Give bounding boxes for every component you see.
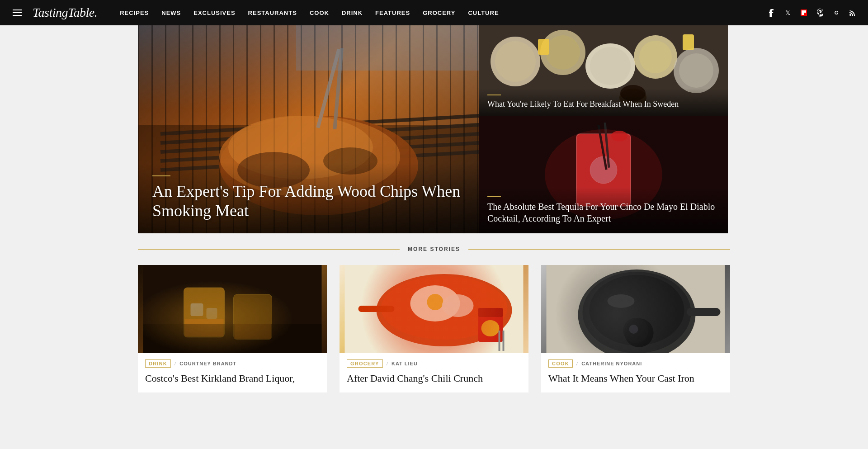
- svg-point-70: [629, 325, 638, 334]
- svg-point-64: [578, 269, 696, 353]
- svg-point-52: [377, 274, 512, 346]
- svg-point-69: [623, 318, 649, 343]
- nav-restaurants[interactable]: RESTAURANTS: [242, 0, 303, 25]
- svg-rect-51: [345, 265, 524, 353]
- story-card-drink-title: Costco's Best Kirkland Brand Liquor,: [145, 372, 320, 385]
- hero-main-article[interactable]: An Expert's Tip For Adding Wood Chips Wh…: [138, 25, 479, 233]
- story-card-cook-meta: COOK / CATHERINE NYORANI: [548, 359, 723, 368]
- svg-rect-46: [191, 303, 203, 316]
- svg-rect-58: [478, 308, 503, 317]
- hamburger-menu[interactable]: [11, 8, 24, 18]
- svg-rect-3: [804, 10, 806, 13]
- svg-rect-63: [547, 265, 725, 353]
- social-links: 𝕏 G: [767, 8, 857, 17]
- story-card-grocery-category: GROCERY: [347, 359, 383, 368]
- nav-culture[interactable]: CULTURE: [462, 0, 505, 25]
- story-card-cook-body: COOK / CATHERINE NYORANI What It Means W…: [541, 353, 730, 392]
- svg-point-65: [583, 272, 691, 353]
- more-stories-label: MORE STORIES: [400, 246, 468, 252]
- svg-rect-62: [503, 331, 505, 351]
- hero-side-top-article[interactable]: What You're Likely To Eat For Breakfast …: [479, 25, 728, 116]
- story-card-drink-image: [138, 265, 327, 353]
- story-card-drink-body: DRINK / COURTNEY BRANDT Costco's Best Ki…: [138, 353, 327, 392]
- main-nav: RECIPES NEWS EXCLUSIVES RESTAURANTS COOK…: [113, 0, 505, 25]
- svg-point-25: [590, 47, 631, 85]
- story-card-grocery[interactable]: GROCERY / KAT LIEU After David Chang's C…: [340, 265, 528, 392]
- svg-point-56: [442, 294, 474, 317]
- svg-point-29: [679, 53, 713, 88]
- story-card-drink-category: DRINK: [145, 359, 171, 368]
- story-card-drink-slash: /: [175, 360, 176, 367]
- svg-rect-60: [359, 306, 395, 312]
- svg-point-27: [639, 41, 672, 73]
- nav-grocery[interactable]: GROCERY: [416, 0, 462, 25]
- hero-main-divider: [152, 175, 170, 176]
- story-card-cook-category: COOK: [548, 359, 573, 368]
- hero-side-bottom-title: The Absolute Best Tequila For Your Cinco…: [487, 201, 720, 224]
- svg-point-21: [495, 41, 536, 82]
- nav-exclusives[interactable]: EXCLUSIVES: [187, 0, 241, 25]
- site-logo[interactable]: TastingTable.: [33, 5, 97, 20]
- story-card-grocery-body: GROCERY / KAT LIEU After David Chang's C…: [340, 353, 528, 392]
- svg-rect-61: [499, 331, 500, 351]
- svg-rect-42: [143, 265, 322, 353]
- hero-side-top-overlay: What You're Likely To Eat For Breakfast …: [479, 88, 728, 116]
- story-card-grocery-image: [340, 265, 528, 353]
- nav-cook[interactable]: COOK: [303, 0, 335, 25]
- more-stories-line-right: [468, 249, 730, 250]
- svg-rect-18: [296, 25, 479, 71]
- more-stories-line-left: [138, 249, 400, 250]
- svg-rect-30: [538, 39, 549, 55]
- twitter-x-icon[interactable]: 𝕏: [783, 8, 792, 17]
- story-cards-grid: DRINK / COURTNEY BRANDT Costco's Best Ki…: [138, 265, 730, 392]
- facebook-icon[interactable]: [767, 8, 776, 17]
- rss-icon[interactable]: [848, 8, 857, 17]
- svg-rect-47: [207, 308, 217, 319]
- story-card-grocery-author: KAT LIEU: [392, 361, 418, 366]
- pinterest-icon[interactable]: [816, 8, 825, 17]
- site-header: TastingTable. RECIPES NEWS EXCLUSIVES RE…: [0, 0, 868, 25]
- story-card-drink[interactable]: DRINK / COURTNEY BRANDT Costco's Best Ki…: [138, 265, 327, 392]
- story-card-grocery-slash: /: [387, 360, 388, 367]
- hero-side-bottom-divider: [487, 196, 501, 197]
- svg-rect-57: [478, 310, 503, 342]
- svg-point-53: [381, 276, 508, 340]
- nav-recipes[interactable]: RECIPES: [113, 0, 155, 25]
- svg-point-55: [427, 294, 443, 310]
- svg-rect-50: [143, 324, 322, 353]
- nav-features[interactable]: FEATURES: [369, 0, 416, 25]
- story-card-cook-title: What It Means When Your Cast Iron: [548, 372, 723, 385]
- svg-rect-2: [802, 13, 804, 15]
- svg-rect-1: [802, 10, 804, 13]
- svg-rect-67: [687, 308, 721, 316]
- svg-point-54: [410, 285, 460, 321]
- svg-point-4: [849, 14, 851, 16]
- hero-side-top-title: What You're Likely To Eat For Breakfast …: [487, 99, 720, 109]
- nav-news[interactable]: NEWS: [155, 0, 187, 25]
- svg-rect-49: [235, 324, 271, 339]
- story-card-grocery-meta: GROCERY / KAT LIEU: [347, 359, 521, 368]
- hero-main-overlay: An Expert's Tip For Adding Wood Chips Wh…: [138, 163, 479, 233]
- more-stories-section: MORE STORIES: [138, 233, 730, 402]
- hero-side-bottom-article[interactable]: The Absolute Best Tequila For Your Cinco…: [479, 116, 728, 233]
- hero-side-bottom-overlay: The Absolute Best Tequila For Your Cinco…: [479, 187, 728, 233]
- svg-rect-31: [683, 34, 694, 50]
- svg-point-68: [625, 318, 654, 347]
- google-news-icon[interactable]: G: [832, 8, 841, 17]
- svg-point-66: [590, 275, 684, 345]
- main-wrapper: An Expert's Tip For Adding Wood Chips Wh…: [138, 25, 730, 402]
- svg-point-23: [546, 35, 580, 70]
- story-card-cook[interactable]: COOK / CATHERINE NYORANI What It Means W…: [541, 265, 730, 392]
- svg-rect-43: [184, 288, 225, 337]
- svg-point-71: [608, 294, 635, 308]
- story-card-cook-slash: /: [576, 360, 578, 367]
- story-card-cook-image: [541, 265, 730, 353]
- story-card-drink-meta: DRINK / COURTNEY BRANDT: [145, 359, 320, 368]
- hero-main-title: An Expert's Tip For Adding Wood Chips Wh…: [152, 182, 465, 221]
- story-card-grocery-title: After David Chang's Chili Crunch: [347, 372, 521, 385]
- nav-drink[interactable]: DRINK: [335, 0, 369, 25]
- svg-rect-48: [185, 319, 224, 336]
- hero-side: What You're Likely To Eat For Breakfast …: [479, 25, 728, 233]
- flipboard-icon[interactable]: [799, 8, 808, 17]
- story-card-cook-author: CATHERINE NYORANI: [581, 361, 642, 366]
